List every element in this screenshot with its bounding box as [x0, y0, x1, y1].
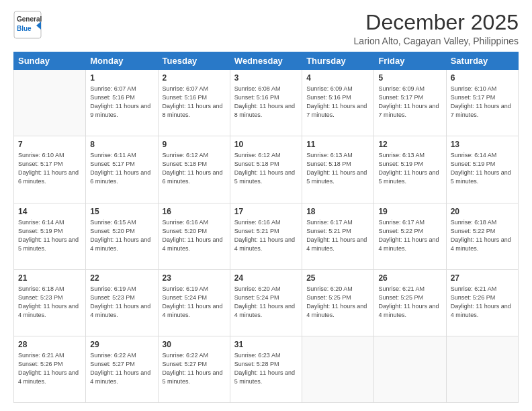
day-number: 26 — [378, 273, 441, 283]
header-day-thursday: Thursday — [302, 52, 374, 70]
day-info: Sunrise: 6:21 AMSunset: 5:25 PMDaylight:… — [378, 285, 441, 320]
day-info: Sunrise: 6:18 AMSunset: 5:23 PMDaylight:… — [18, 285, 81, 320]
day-info: Sunrise: 6:21 AMSunset: 5:26 PMDaylight:… — [18, 351, 81, 386]
calendar-cell — [446, 336, 518, 402]
calendar-cell: 6Sunrise: 6:10 AMSunset: 5:17 PMDaylight… — [446, 70, 518, 136]
calendar-week-1: 1Sunrise: 6:07 AMSunset: 5:16 PMDaylight… — [14, 70, 519, 136]
day-number: 25 — [306, 273, 369, 283]
day-number: 3 — [234, 73, 298, 83]
calendar-cell: 26Sunrise: 6:21 AMSunset: 5:25 PMDayligh… — [374, 269, 446, 336]
calendar-week-4: 21Sunrise: 6:18 AMSunset: 5:23 PMDayligh… — [14, 269, 519, 336]
calendar-week-2: 7Sunrise: 6:10 AMSunset: 5:17 PMDaylight… — [14, 136, 519, 203]
location: Larion Alto, Cagayan Valley, Philippines — [354, 36, 519, 46]
day-number: 13 — [451, 140, 514, 149]
day-number: 31 — [234, 340, 298, 349]
calendar-week-3: 14Sunrise: 6:14 AMSunset: 5:19 PMDayligh… — [14, 203, 519, 269]
day-number: 29 — [90, 340, 153, 349]
day-info: Sunrise: 6:21 AMSunset: 5:26 PMDaylight:… — [451, 285, 514, 320]
calendar-cell: 1Sunrise: 6:07 AMSunset: 5:16 PMDaylight… — [86, 70, 158, 136]
day-info: Sunrise: 6:17 AMSunset: 5:22 PMDaylight:… — [378, 218, 441, 253]
day-number: 22 — [90, 273, 153, 283]
day-number: 5 — [378, 73, 441, 83]
calendar-cell: 24Sunrise: 6:20 AMSunset: 5:24 PMDayligh… — [230, 269, 302, 336]
day-number: 18 — [306, 207, 369, 216]
day-info: Sunrise: 6:10 AMSunset: 5:17 PMDaylight:… — [451, 85, 514, 120]
day-info: Sunrise: 6:13 AMSunset: 5:19 PMDaylight:… — [378, 151, 441, 186]
calendar-cell: 31Sunrise: 6:23 AMSunset: 5:28 PMDayligh… — [230, 336, 302, 402]
calendar-cell: 23Sunrise: 6:19 AMSunset: 5:24 PMDayligh… — [158, 269, 230, 336]
svg-text:Blue: Blue — [17, 25, 32, 32]
calendar-cell: 30Sunrise: 6:22 AMSunset: 5:27 PMDayligh… — [158, 336, 230, 402]
calendar-cell: 27Sunrise: 6:21 AMSunset: 5:26 PMDayligh… — [446, 269, 518, 336]
calendar-cell: 17Sunrise: 6:16 AMSunset: 5:21 PMDayligh… — [230, 203, 302, 269]
day-info: Sunrise: 6:20 AMSunset: 5:24 PMDaylight:… — [234, 285, 298, 320]
day-info: Sunrise: 6:12 AMSunset: 5:18 PMDaylight:… — [234, 151, 298, 186]
day-info: Sunrise: 6:07 AMSunset: 5:16 PMDaylight:… — [163, 85, 226, 120]
day-number: 28 — [18, 340, 81, 349]
day-info: Sunrise: 6:13 AMSunset: 5:18 PMDaylight:… — [306, 151, 369, 186]
day-info: Sunrise: 6:22 AMSunset: 5:27 PMDaylight:… — [90, 351, 153, 386]
logo-svg: General Blue — [13, 11, 60, 39]
day-number: 24 — [234, 273, 298, 283]
calendar-cell: 4Sunrise: 6:09 AMSunset: 5:16 PMDaylight… — [302, 70, 374, 136]
day-info: Sunrise: 6:11 AMSunset: 5:17 PMDaylight:… — [90, 151, 153, 186]
calendar-cell: 19Sunrise: 6:17 AMSunset: 5:22 PMDayligh… — [374, 203, 446, 269]
day-number: 4 — [306, 73, 369, 83]
day-info: Sunrise: 6:12 AMSunset: 5:18 PMDaylight:… — [163, 151, 226, 186]
calendar-cell — [14, 70, 86, 136]
header-day-tuesday: Tuesday — [158, 52, 230, 70]
page: General Blue December 2025 Larion Alto, … — [0, 0, 532, 411]
day-number: 27 — [451, 273, 514, 283]
day-info: Sunrise: 6:07 AMSunset: 5:16 PMDaylight:… — [90, 85, 153, 120]
header-day-sunday: Sunday — [14, 52, 86, 70]
day-number: 30 — [163, 340, 226, 349]
day-number: 8 — [90, 140, 153, 149]
calendar-cell: 22Sunrise: 6:19 AMSunset: 5:23 PMDayligh… — [86, 269, 158, 336]
day-number: 11 — [306, 140, 369, 149]
day-info: Sunrise: 6:16 AMSunset: 5:20 PMDaylight:… — [163, 218, 226, 253]
calendar-cell: 25Sunrise: 6:20 AMSunset: 5:25 PMDayligh… — [302, 269, 374, 336]
calendar-cell: 13Sunrise: 6:14 AMSunset: 5:19 PMDayligh… — [446, 136, 518, 203]
header: General Blue December 2025 Larion Alto, … — [13, 11, 519, 46]
calendar-cell — [374, 336, 446, 402]
day-info: Sunrise: 6:09 AMSunset: 5:16 PMDaylight:… — [306, 85, 369, 120]
calendar-cell: 7Sunrise: 6:10 AMSunset: 5:17 PMDaylight… — [14, 136, 86, 203]
day-number: 12 — [378, 140, 441, 149]
calendar-cell: 10Sunrise: 6:12 AMSunset: 5:18 PMDayligh… — [230, 136, 302, 203]
day-number: 7 — [18, 140, 81, 149]
day-info: Sunrise: 6:09 AMSunset: 5:17 PMDaylight:… — [378, 85, 441, 120]
day-info: Sunrise: 6:22 AMSunset: 5:27 PMDaylight:… — [163, 351, 226, 386]
calendar-cell: 15Sunrise: 6:15 AMSunset: 5:20 PMDayligh… — [86, 203, 158, 269]
calendar-cell: 16Sunrise: 6:16 AMSunset: 5:20 PMDayligh… — [158, 203, 230, 269]
header-day-friday: Friday — [374, 52, 446, 70]
day-number: 16 — [163, 207, 226, 216]
day-info: Sunrise: 6:14 AMSunset: 5:19 PMDaylight:… — [18, 218, 81, 253]
title-block: December 2025 Larion Alto, Cagayan Valle… — [354, 11, 519, 46]
day-info: Sunrise: 6:20 AMSunset: 5:25 PMDaylight:… — [306, 285, 369, 320]
day-info: Sunrise: 6:16 AMSunset: 5:21 PMDaylight:… — [234, 218, 298, 253]
day-info: Sunrise: 6:19 AMSunset: 5:24 PMDaylight:… — [163, 285, 226, 320]
day-info: Sunrise: 6:10 AMSunset: 5:17 PMDaylight:… — [18, 151, 81, 186]
day-number: 10 — [234, 140, 298, 149]
day-number: 19 — [378, 207, 441, 216]
calendar-cell: 9Sunrise: 6:12 AMSunset: 5:18 PMDaylight… — [158, 136, 230, 203]
calendar-cell: 3Sunrise: 6:08 AMSunset: 5:16 PMDaylight… — [230, 70, 302, 136]
svg-text:General: General — [17, 15, 42, 23]
header-day-saturday: Saturday — [446, 52, 518, 70]
day-info: Sunrise: 6:14 AMSunset: 5:19 PMDaylight:… — [451, 151, 514, 186]
calendar: SundayMondayTuesdayWednesdayThursdayFrid… — [13, 52, 519, 403]
day-number: 21 — [18, 273, 81, 283]
day-number: 14 — [18, 207, 81, 216]
calendar-cell: 8Sunrise: 6:11 AMSunset: 5:17 PMDaylight… — [86, 136, 158, 203]
calendar-cell: 29Sunrise: 6:22 AMSunset: 5:27 PMDayligh… — [86, 336, 158, 402]
logo: General Blue — [13, 11, 60, 39]
calendar-cell: 2Sunrise: 6:07 AMSunset: 5:16 PMDaylight… — [158, 70, 230, 136]
header-day-monday: Monday — [86, 52, 158, 70]
calendar-header-row: SundayMondayTuesdayWednesdayThursdayFrid… — [14, 52, 519, 70]
day-info: Sunrise: 6:08 AMSunset: 5:16 PMDaylight:… — [234, 85, 298, 120]
day-info: Sunrise: 6:15 AMSunset: 5:20 PMDaylight:… — [90, 218, 153, 253]
day-number: 2 — [163, 73, 226, 83]
day-number: 9 — [163, 140, 226, 149]
day-info: Sunrise: 6:23 AMSunset: 5:28 PMDaylight:… — [234, 351, 298, 386]
calendar-cell: 11Sunrise: 6:13 AMSunset: 5:18 PMDayligh… — [302, 136, 374, 203]
